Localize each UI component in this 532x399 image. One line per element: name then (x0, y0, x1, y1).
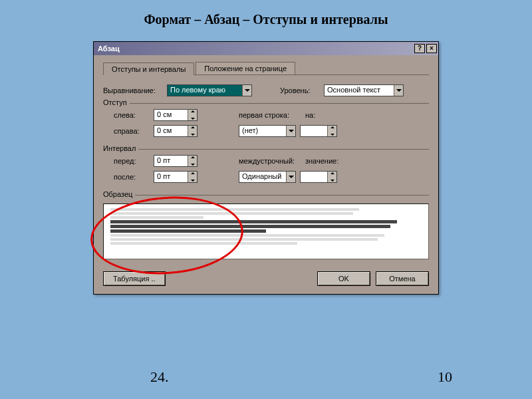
alignment-combo[interactable]: По левому краю (167, 84, 252, 96)
preview-group: Образец (103, 195, 429, 267)
cancel-button[interactable]: Отмена (376, 271, 429, 286)
spinner-icon[interactable] (188, 172, 197, 182)
indent-right-field[interactable]: 0 см (154, 125, 198, 137)
spinner-icon[interactable] (327, 172, 336, 182)
indent-right-value: 0 см (154, 126, 188, 136)
before-label: перед: (103, 157, 150, 165)
tabulation-button[interactable]: Табуляция .. (103, 271, 166, 286)
indent-group: Отступ слева: 0 см первая строка: на: сп… (103, 103, 429, 142)
spacing-legend: Интервал (103, 144, 138, 152)
indent-legend: Отступ (103, 98, 130, 106)
spinner-icon[interactable] (327, 126, 336, 136)
tab-indents[interactable]: Отступы и интервалы (103, 63, 194, 75)
paragraph-dialog: Абзац ? × Отступы и интервалы Положение … (93, 41, 439, 295)
footer-left: 24. (150, 368, 169, 386)
preview-box (103, 203, 429, 259)
indent-left-label: слева: (103, 111, 150, 119)
spinner-icon[interactable] (188, 126, 197, 136)
indent-left-value: 0 см (154, 110, 188, 120)
indent-right-label: справа: (103, 127, 150, 135)
alignment-label: Выравнивание: (103, 86, 163, 94)
firstline-combo[interactable]: (нет) (239, 125, 296, 137)
at-label: значение: (305, 157, 338, 165)
spinner-icon[interactable] (188, 156, 197, 166)
titlebar: Абзац ? × (94, 42, 438, 55)
firstline-label: первая строка: (239, 111, 301, 119)
chevron-down-icon[interactable] (242, 85, 251, 96)
level-combo[interactable]: Основной текст (324, 84, 404, 96)
before-field[interactable]: 0 пт (154, 155, 198, 167)
spinner-icon[interactable] (188, 110, 197, 120)
footer-right: 10 (438, 368, 452, 386)
after-field[interactable]: 0 пт (154, 171, 198, 183)
tab-position[interactable]: Положение на странице (196, 62, 295, 74)
chevron-down-icon[interactable] (286, 172, 295, 182)
at-value (301, 172, 327, 182)
by-value (301, 126, 327, 136)
after-value: 0 пт (154, 172, 188, 182)
at-field[interactable] (300, 171, 337, 183)
indent-left-field[interactable]: 0 см (154, 109, 198, 121)
chevron-down-icon[interactable] (394, 85, 403, 96)
before-value: 0 пт (154, 156, 188, 166)
chevron-down-icon[interactable] (286, 126, 295, 136)
preview-legend: Образец (103, 190, 135, 198)
slide-title: Формат – Абзац – Отступы и интервалы (0, 12, 532, 27)
ok-button[interactable]: OK (317, 271, 370, 286)
close-button[interactable]: × (426, 44, 437, 53)
help-button[interactable]: ? (414, 44, 425, 53)
linespacing-combo[interactable]: Одинарный (239, 171, 296, 183)
linespacing-label: междустрочный: (239, 157, 301, 165)
linespacing-value: Одинарный (239, 172, 286, 182)
tab-strip: Отступы и интервалы Положение на страниц… (103, 62, 429, 75)
spacing-group: Интервал перед: 0 пт междустрочный: знач… (103, 149, 429, 188)
firstline-value: (нет) (239, 126, 286, 136)
alignment-value: По левому краю (168, 85, 242, 96)
level-value: Основной текст (325, 85, 394, 96)
dialog-title: Абзац (98, 45, 120, 53)
level-label: Уровень: (280, 86, 320, 94)
by-label: на: (305, 111, 325, 119)
after-label: после: (103, 173, 150, 181)
by-field[interactable] (300, 125, 337, 137)
